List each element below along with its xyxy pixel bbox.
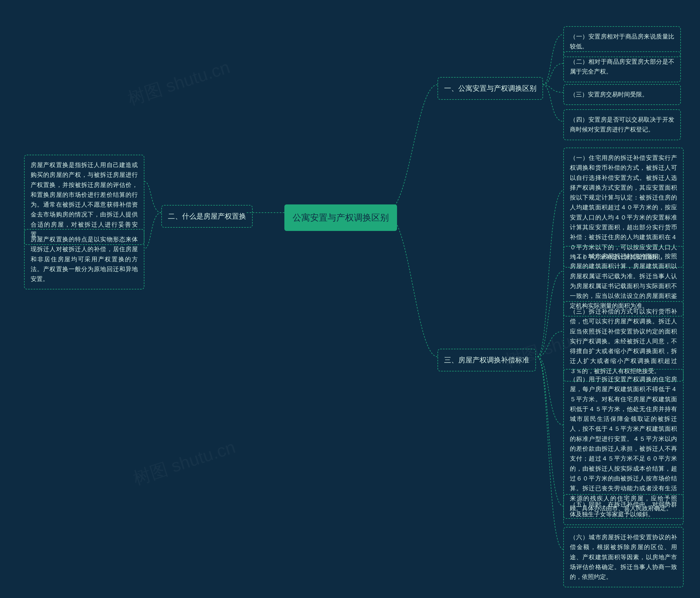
branch-3-leaf-6[interactable]: （六）城市房屋拆迁补偿安置协议的补偿金额，根据被拆除房屋的区位、用途、产权建筑面… (563, 527, 683, 587)
watermark: 树图 shutu.cn (130, 435, 239, 491)
branch-1-leaf-2[interactable]: （二）相对于商品房安置房大部分是不属于完全产权。 (563, 51, 681, 82)
watermark: 树图 shutu.cn (125, 55, 233, 111)
branch-3[interactable]: 三、房屋产权调换补偿标准 (438, 349, 536, 371)
branch-2[interactable]: 二、什么是房屋产权置换 (161, 205, 253, 228)
branch-1-leaf-3[interactable]: （三）安置房交易时间受限。 (563, 84, 681, 105)
branch-3-leaf-5[interactable]: （五）同时，在拆迁补偿中，对弱势群体及独生子女等家庭予以倾斜。 (563, 494, 683, 525)
branch-1-leaf-4[interactable]: （四）安置房是否可以交易取决于开发商时候对安置房进行产权登记。 (563, 109, 681, 140)
branch-2-leaf-2[interactable]: 房屋产权置换的特点是以实物形态来体现拆迁人对被拆迁人的补偿，居住房屋和非居住房屋… (24, 229, 144, 289)
center-node[interactable]: 公寓安置与产权调换区别 (284, 204, 397, 231)
branch-1[interactable]: 一、公寓安置与产权调换区别 (438, 77, 543, 100)
mindmap-canvas: 树图 shutu.cn 树图 shutu.cn 树图 shutu.cn 公寓安置… (0, 0, 700, 598)
